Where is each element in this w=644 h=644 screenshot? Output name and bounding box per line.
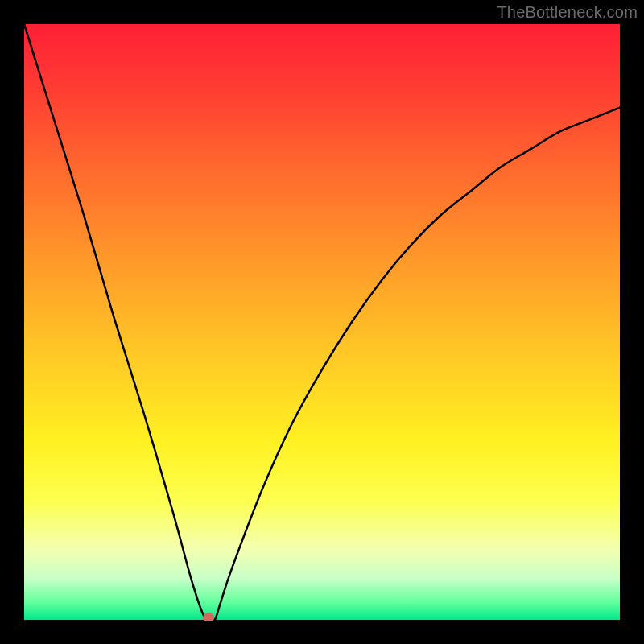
bottleneck-curve (24, 24, 620, 620)
plot-area (24, 24, 620, 620)
chart-frame: TheBottleneck.com (0, 0, 644, 644)
minimum-marker (203, 613, 214, 621)
watermark-label: TheBottleneck.com (497, 3, 638, 22)
curve-svg (24, 24, 620, 620)
